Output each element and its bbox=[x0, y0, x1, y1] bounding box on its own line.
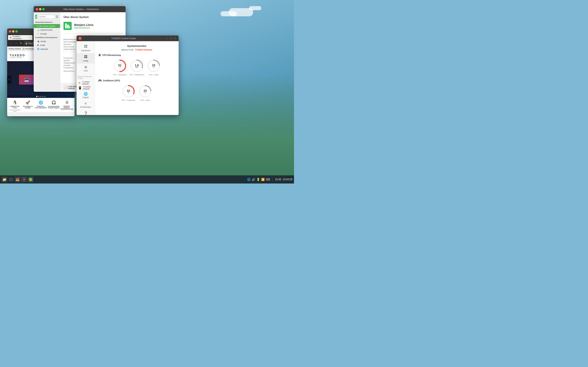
gpu-temp-label: GPU – Temperatur bbox=[122, 99, 135, 101]
english-icon: 🌐 bbox=[84, 92, 88, 96]
feature-custom-label: Exklusive Gehäuse-Individualisierung bbox=[61, 105, 73, 110]
audio-tray-icon[interactable]: 🔊 bbox=[252, 178, 255, 181]
gpu-temp-value: 32 °C bbox=[127, 89, 130, 94]
cpu-gauges: 51 °C CPU – Temperatur 1,6 bbox=[98, 59, 175, 76]
firefox-tab-tuxedo-label: TUXEDO Computers bbox=[12, 35, 29, 40]
taskbar-app-files[interactable]: 📁 bbox=[2, 176, 7, 182]
manjaro-info: Manjaro Linux https://manjaro.org/ bbox=[74, 23, 94, 29]
memory-label: Speicher: bbox=[63, 59, 70, 61]
bookmark-homepage[interactable]: 🏠 Homepage bbox=[22, 48, 34, 50]
gpu-temp-gauge-circle: 32 °C bbox=[121, 84, 136, 99]
tcc-profile-2[interactable]: 📱 TUXEDO Defaults bbox=[77, 85, 95, 90]
sysinfo-item-network[interactable]: 🌐 Netzwerk › bbox=[34, 47, 60, 51]
tcc-close-btn[interactable]: × bbox=[173, 37, 177, 40]
serial-label: Seriennummer: bbox=[63, 70, 75, 72]
back-btn[interactable]: ← bbox=[8, 41, 13, 45]
bluetooth-tray-icon[interactable]: 📶 bbox=[261, 178, 265, 181]
profile1-icon: ⚙ bbox=[78, 81, 81, 85]
sysinfo-min-btn[interactable] bbox=[39, 8, 42, 10]
keyboard-tray-icon[interactable]: ⌨ bbox=[266, 178, 270, 181]
tcc-nav-support[interactable]: ❓ Support bbox=[77, 110, 95, 115]
product-label: Produktname: bbox=[63, 67, 74, 69]
graphics-platform-label: Grafik-Plattform: bbox=[63, 48, 75, 50]
feature-support-icon: 🎧 bbox=[52, 100, 56, 105]
taskbar-apps: 📁 ⬛ 🦊 ✖ 🟢 bbox=[2, 176, 34, 182]
sysinfo-item-graphics[interactable]: 🖥 Grafik › bbox=[34, 43, 60, 47]
tcc-nav-settings[interactable]: ≡ Einstellungen bbox=[77, 100, 95, 110]
tcc-active-profile-row: Aktives Profil: TUXEDO Defaults bbox=[98, 49, 175, 51]
tcc-min-btn[interactable]: − bbox=[166, 37, 169, 40]
battery-tray-icon[interactable]: 🔋 bbox=[256, 178, 260, 181]
feature-switch-icon: 🚀 bbox=[26, 100, 30, 105]
settings-icon: ≡ bbox=[85, 102, 86, 105]
sysinfo-section-basic: Basisinformationen bbox=[34, 20, 60, 24]
qt-label: Qt-Version: bbox=[63, 43, 72, 45]
network-arrow: › bbox=[58, 48, 58, 50]
taskbar-app-discover[interactable]: 🟢 bbox=[28, 176, 34, 182]
sysinfo-item-monitor[interactable]: 📊 Systemmonitor bbox=[34, 28, 60, 32]
svg-rect-1 bbox=[67, 25, 69, 28]
tcc-profiles-section: Aktuell verwendete Profile bbox=[77, 74, 95, 81]
forward-btn[interactable]: → bbox=[14, 41, 18, 45]
taskbar-app-firefox[interactable]: 🦊 bbox=[15, 176, 20, 182]
tcc-nav-english[interactable]: 🌐 English bbox=[77, 90, 95, 100]
manjaro-name: Manjaro Linux bbox=[74, 23, 94, 26]
tuxedo-logo: TUXEDO COMPUTERS bbox=[9, 54, 25, 58]
monitor-icon: 📊 bbox=[37, 29, 39, 31]
sysinfo-item-energy-label: Energie bbox=[40, 33, 47, 35]
feature-linux: 🐧 Optimiert für Linux Firmware | Softwar… bbox=[9, 100, 21, 112]
cpu-fan-gauge: 23 % CPU – Lüfter bbox=[147, 59, 161, 76]
tuxedo-features-section: 🐧 Optimiert für Linux Firmware | Softwar… bbox=[7, 98, 75, 112]
firefox-minimize-btn[interactable] bbox=[12, 30, 15, 33]
sysinfo-item-devices[interactable]: 🔌 Geräte › bbox=[34, 39, 60, 43]
sysinfo-max-btn[interactable] bbox=[42, 8, 45, 10]
sysinfo-page-title: Über dieses System bbox=[63, 16, 122, 18]
tcc-window-controls: − □ × bbox=[166, 37, 177, 40]
sysinfo-close-btn[interactable] bbox=[36, 8, 38, 10]
tcc-profile-1[interactable]: ⚙ TUXEDO Defaults bbox=[77, 81, 95, 85]
discover-icon: 🟢 bbox=[29, 178, 33, 182]
sysinfo-window-controls bbox=[36, 8, 45, 10]
sysinfo-menu-icon[interactable]: ☰ bbox=[56, 15, 58, 18]
taskbar-app-terminal[interactable]: ⬛ bbox=[8, 176, 14, 182]
gpu-section-icon: 🎮 bbox=[98, 79, 102, 82]
feature-ecosystem-icon: 🌐 bbox=[39, 100, 43, 105]
feature-ecosystem: 🌐 ExklusivesLinux-Ökosystem bbox=[35, 100, 47, 112]
terminal-icon: ⬛ bbox=[9, 178, 13, 182]
svg-rect-9 bbox=[84, 57, 86, 58]
firefox-maximize-btn[interactable] bbox=[15, 30, 18, 33]
tcc-nav-dashboard[interactable]: Dashboard bbox=[77, 43, 95, 53]
tcc-nav-profile[interactable]: Profile bbox=[77, 53, 95, 64]
manjaro-url[interactable]: https://manjaro.org/ bbox=[74, 26, 94, 29]
firefox-window-controls bbox=[9, 30, 18, 33]
tcc-nav-tools[interactable]: ⚙ Tools bbox=[77, 64, 95, 73]
firefox-tab-tuxedo[interactable]: 🦊 TUXEDO Computers × bbox=[8, 35, 33, 40]
cpu-section-icon: 🖥 bbox=[98, 53, 101, 57]
copy-icon: 📋 bbox=[66, 87, 68, 89]
cpu-fan-value: 23 % bbox=[152, 64, 155, 68]
sysinfo-search-area bbox=[38, 15, 54, 18]
tcc-max-btn[interactable]: □ bbox=[170, 37, 173, 40]
svg-rect-4 bbox=[86, 45, 87, 46]
firefox-close-btn[interactable] bbox=[9, 30, 11, 33]
cpu-freq-value: 1,6 GHz bbox=[135, 64, 139, 68]
hero-laptop-image: 💻 bbox=[18, 74, 35, 85]
sysinfo-search-input[interactable] bbox=[38, 15, 54, 18]
taskbar-time: 15:35 bbox=[275, 178, 281, 181]
gpu-section-label: Grafikkarte (GPU) bbox=[103, 80, 120, 82]
sysinfo-item-about[interactable]: ℹ Über dieses System bbox=[34, 24, 60, 28]
taskbar-app-tcc[interactable]: ✖ bbox=[21, 176, 27, 182]
bookmark-getting-started[interactable]: Getting Started bbox=[8, 48, 21, 50]
tcc-title-text: TUXEDO Control Center bbox=[83, 37, 164, 40]
tcc-nav-english-label: English bbox=[83, 96, 89, 99]
devices-icon: 🔌 bbox=[37, 40, 39, 42]
network-tray-icon[interactable]: 🌐 bbox=[247, 178, 251, 181]
sysinfo-titlebar: Über dieses System — Infozentrum bbox=[34, 6, 126, 12]
dashboard-icon bbox=[84, 44, 87, 49]
tcc-body: Dashboard Profile ⚙ Tools Aktuell bbox=[77, 41, 179, 115]
hero-prev-btn[interactable]: ‹ bbox=[7, 75, 11, 83]
reload-btn[interactable]: ↻ bbox=[19, 41, 23, 45]
files-icon: 📁 bbox=[2, 178, 7, 182]
sysinfo-item-energy[interactable]: ⚡ Energie bbox=[34, 32, 60, 36]
profile-icon bbox=[84, 55, 87, 59]
